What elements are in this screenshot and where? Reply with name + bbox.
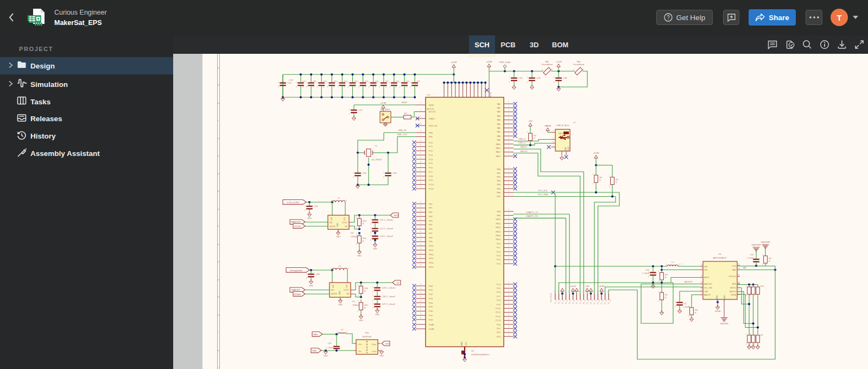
svg-text:9: 9 [420, 201, 421, 203]
svg-text:L1: L1 [338, 197, 340, 199]
svg-text:2: 2 [508, 314, 509, 316]
svg-text:1: 1 [338, 82, 339, 84]
svg-text:GND: GND [337, 223, 339, 227]
svg-text:2: 2 [508, 141, 509, 143]
svg-text:PC5: PC5 [429, 162, 433, 165]
svg-text:2: 2 [508, 149, 509, 152]
svg-text:GNDA: GNDA [715, 310, 721, 312]
svg-text:2: 2 [508, 182, 509, 184]
svg-text:2: 2 [508, 101, 509, 103]
svg-text:R: R [363, 223, 364, 225]
svg-text:ABVOP: ABVOP [704, 294, 711, 296]
svg-text:SETPG: SETPG [730, 291, 736, 293]
svg-text:C17: C17 [358, 109, 363, 111]
svg-text:GNDPWR: GNDPWR [751, 244, 761, 246]
svg-text:3V3: 3V3 [394, 214, 398, 217]
svg-text:2: 2 [648, 276, 649, 278]
svg-text:FerriteBead: FerriteBead [573, 64, 584, 66]
svg-text:Shield: Shield [567, 147, 569, 151]
svg-text:9: 9 [420, 292, 421, 294]
svg-text:1: 1 [370, 218, 371, 221]
svg-text:2: 2 [508, 217, 509, 219]
svg-text:1: 1 [327, 82, 328, 84]
svg-text:BACKUP: BACKUP [704, 283, 712, 285]
svg-text:2: 2 [508, 241, 509, 243]
svg-text:2: 2 [508, 290, 509, 292]
svg-text:2: 2 [508, 225, 509, 227]
svg-text:PC11: PC11 [429, 188, 434, 190]
svg-text:9: 9 [420, 312, 421, 315]
svg-text:2: 2 [593, 183, 594, 185]
svg-text:Y1: Y1 [375, 145, 378, 147]
svg-text:GND: GND [324, 355, 328, 357]
svg-text:BAT: BAT [732, 269, 737, 271]
svg-text:USART1_TX: USART1_TX [526, 211, 538, 214]
svg-text:PA13: PA13 [496, 155, 500, 158]
svg-text:PGOOD: PGOOD [729, 276, 737, 278]
svg-text:2.7V to 4.95V: 2.7V to 4.95V [287, 202, 299, 204]
svg-text:PA3: PA3 [497, 115, 500, 117]
svg-text:+3.3V: +3.3V [451, 61, 457, 64]
svg-text:2: 2 [508, 282, 509, 284]
svg-text:1: 1 [554, 77, 555, 79]
svg-text:1: 1 [527, 77, 528, 79]
svg-text:U6: U6 [719, 253, 721, 255]
svg-text:PC5: PC5 [497, 287, 500, 290]
svg-text:PC5: PC5 [497, 263, 500, 265]
svg-text:2: 2 [508, 209, 509, 211]
svg-text:1: 1 [306, 82, 307, 84]
svg-text:L7: L7 [671, 261, 674, 264]
svg-text:9: 9 [420, 165, 421, 167]
svg-text:PG5: PG5 [429, 306, 433, 308]
svg-text:2: 2 [750, 343, 751, 345]
svg-text:PC3: PC3 [429, 154, 433, 157]
svg-text:D: D [218, 154, 219, 157]
svg-text:GNDPWR: GNDPWR [761, 241, 770, 243]
svg-text:PA5: PA5 [497, 123, 500, 126]
svg-text:CFL_SW: CFL_SW [704, 287, 712, 289]
svg-text:2: 2 [508, 109, 509, 111]
svg-text:I2C1_SCL: I2C1_SCL [538, 190, 548, 192]
svg-text:2: 2 [508, 117, 509, 120]
svg-text:R05P09S: R05P09S [363, 336, 372, 338]
svg-text:PA8: PA8 [497, 135, 500, 137]
svg-text:PA12: PA12 [496, 151, 500, 153]
svg-text:2: 2 [508, 221, 509, 223]
svg-text:2: 2 [306, 86, 307, 88]
svg-text:PC1: PC1 [497, 247, 500, 249]
svg-text:C15: C15 [518, 77, 523, 79]
svg-text:PG6: PG6 [429, 310, 433, 312]
svg-text:9: 9 [420, 230, 421, 233]
svg-text:1: 1 [372, 286, 373, 289]
svg-text:2: 2 [348, 267, 349, 270]
svg-text:PG1: PG1 [429, 289, 433, 291]
svg-text:VBUS: VBUS [559, 133, 563, 135]
svg-text:1: 1 [379, 82, 380, 84]
svg-text:2: 2 [508, 245, 509, 247]
svg-text:VIN: VIN [704, 269, 707, 271]
svg-text:R27: R27 [364, 304, 368, 307]
svg-text:C: C [313, 86, 314, 88]
svg-text:2: 2 [679, 264, 680, 266]
svg-text:GND: GND [339, 291, 341, 295]
svg-text:PF1: PF1 [429, 207, 433, 209]
svg-text:IC1: IC1 [427, 93, 430, 96]
svg-text:PC4: PC4 [497, 259, 500, 261]
svg-text:1: 1 [370, 235, 371, 237]
svg-text:2: 2 [762, 264, 763, 266]
svg-text:TERM: TERM [731, 294, 736, 296]
svg-text:4: 4 [701, 292, 702, 295]
svg-text:VBUS: VBUS [544, 124, 551, 127]
svg-text:PA2: PA2 [497, 111, 500, 113]
svg-text:2: 2 [278, 86, 279, 88]
svg-text:C_Small: C_Small [642, 272, 649, 274]
svg-text:9: 9 [420, 169, 421, 171]
svg-text:2: 2 [372, 299, 373, 302]
svg-text:+1.5V: +1.5V [555, 60, 561, 63]
svg-text:PWR+: PWR+ [313, 334, 319, 336]
svg-text:1: 1 [349, 109, 350, 111]
svg-text:BOOT0: BOOT0 [427, 108, 434, 110]
svg-text:U4: U4 [351, 232, 353, 234]
svg-text:1: 1 [358, 82, 359, 84]
svg-text:PA6: PA6 [497, 127, 500, 129]
